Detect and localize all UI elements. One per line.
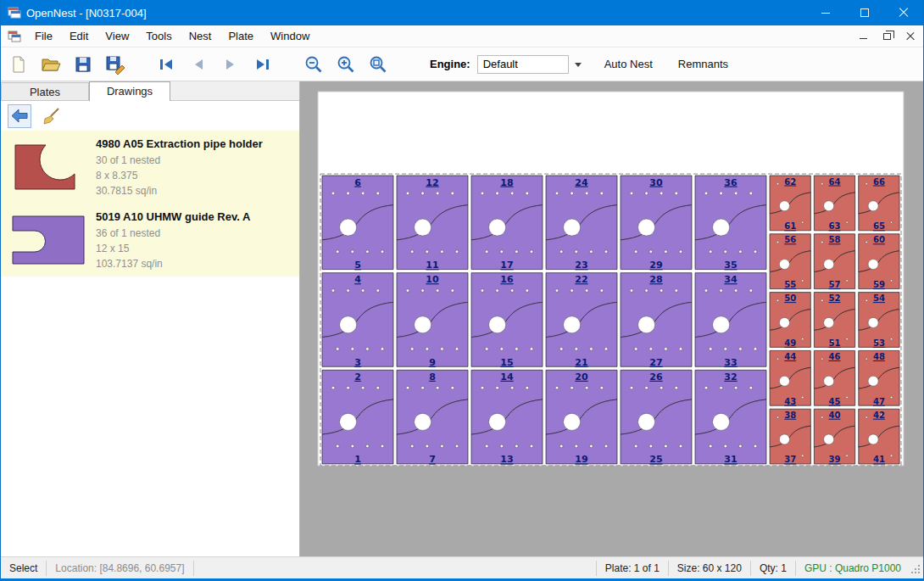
drawing-item[interactable]: 5019 A10 UHMW guide Rev. A 36 of 1 neste…	[1, 204, 299, 277]
part-number: 8	[429, 372, 436, 383]
drill-hole	[866, 241, 867, 243]
drill-hole	[634, 444, 637, 448]
maximize-icon	[860, 8, 869, 17]
menu-item-window[interactable]: Window	[262, 26, 318, 46]
zoom-out-button[interactable]	[299, 50, 328, 79]
drill-hole	[604, 250, 608, 254]
part-notch	[779, 317, 789, 327]
drill-hole	[739, 250, 743, 254]
return-parts-button[interactable]	[8, 104, 31, 128]
drill-hole	[665, 250, 668, 254]
part-number: 64	[829, 177, 841, 187]
next-plate-button[interactable]	[216, 50, 245, 79]
part-notch	[713, 413, 730, 430]
part-number: 3	[354, 357, 361, 368]
menu-item-tools[interactable]: Tools	[137, 26, 180, 46]
tab-plates[interactable]: Plates	[1, 82, 89, 100]
zoom-in-button[interactable]	[331, 50, 360, 79]
mdi-close-button[interactable]	[899, 28, 921, 45]
part-number: 18	[500, 177, 513, 188]
part-notch	[415, 413, 431, 430]
drill-hole	[704, 192, 708, 195]
drill-hole	[496, 386, 499, 389]
drill-hole	[890, 338, 892, 340]
menu-item-plate[interactable]: Plate	[220, 26, 262, 46]
close-button[interactable]	[884, 0, 923, 25]
mdi-restore-button[interactable]	[876, 28, 898, 45]
part-notch	[713, 219, 730, 236]
engine-select[interactable]: Default	[477, 55, 569, 74]
part-notch	[868, 317, 878, 327]
menu-item-file[interactable]: File	[26, 26, 61, 46]
zoom-fit-button[interactable]	[364, 50, 392, 79]
open-folder-icon	[41, 55, 61, 74]
part-notch	[824, 317, 834, 327]
part-number: 57	[829, 280, 841, 289]
part-number: 51	[829, 338, 841, 348]
drill-hole	[679, 348, 682, 351]
drawing-item[interactable]: 4980 A05 Extraction pipe holder 30 of 1 …	[1, 131, 299, 204]
drill-hole	[351, 348, 354, 351]
part-notch	[824, 376, 834, 386]
drill-hole	[406, 192, 409, 195]
drill-hole	[515, 444, 519, 448]
drill-hole	[571, 386, 574, 389]
nest-cell: 2827	[621, 273, 692, 368]
menu-item-nest[interactable]: Nest	[181, 26, 220, 46]
mdi-minimize-button[interactable]	[852, 28, 874, 45]
drill-hole	[776, 416, 778, 418]
drill-hole	[526, 386, 529, 389]
part-notch	[489, 413, 506, 430]
part-number: 37	[784, 455, 796, 465]
close-icon	[899, 8, 909, 18]
menu-item-edit[interactable]: Edit	[61, 26, 97, 46]
previous-plate-button[interactable]	[184, 50, 213, 79]
status-plate: Plate: 1 of 1	[597, 561, 668, 576]
nest-cell: 65	[322, 176, 393, 271]
drill-hole	[649, 444, 653, 448]
part-notch	[638, 316, 655, 333]
drill-hole	[866, 358, 867, 360]
drill-hole	[485, 444, 488, 448]
last-plate-button[interactable]	[248, 50, 277, 79]
drill-hole	[381, 444, 384, 448]
open-button[interactable]	[36, 50, 65, 79]
drawing-size: 8 x 8.375	[96, 168, 294, 183]
drill-hole	[381, 348, 384, 351]
nest-cell: 43	[322, 273, 393, 368]
part-number: 36	[724, 177, 738, 188]
save-as-button[interactable]	[101, 50, 130, 79]
drawing-area: 30.7815 sq/in	[96, 183, 294, 198]
drill-hole	[585, 386, 588, 389]
part-number: 7	[429, 455, 436, 466]
nest-cell: 5655	[770, 234, 810, 289]
part-number: 14	[500, 372, 514, 383]
part-number: 21	[575, 357, 587, 368]
auto-nest-button[interactable]: Auto Nest	[598, 53, 660, 75]
minimize-button[interactable]	[806, 0, 845, 25]
nest-cell: 5453	[859, 293, 899, 348]
resize-grip[interactable]	[910, 560, 923, 577]
part-notch	[779, 201, 789, 211]
clean-button[interactable]	[40, 104, 64, 128]
part-number: 50	[784, 293, 796, 303]
nest-canvas[interactable]: 6512111817242330293635431091615222128273…	[300, 81, 923, 556]
part-notch	[564, 316, 581, 333]
drill-hole	[361, 289, 365, 293]
drill-hole	[734, 289, 738, 293]
drill-hole	[530, 444, 533, 448]
save-button[interactable]	[69, 50, 97, 79]
tab-drawings[interactable]: Drawings	[89, 81, 170, 101]
remnants-button[interactable]: Remnants	[671, 53, 735, 75]
drill-hole	[802, 338, 804, 340]
new-button[interactable]	[4, 50, 33, 79]
part-number: 19	[575, 455, 587, 466]
part-number: 48	[873, 352, 885, 361]
nest-cell: 109	[397, 273, 468, 368]
first-plate-button[interactable]	[152, 50, 181, 79]
menu-item-view[interactable]: View	[97, 26, 137, 46]
maximize-button[interactable]	[845, 0, 884, 25]
main-toolbar: Engine: Default Auto Nest Remnants	[1, 47, 923, 81]
drawings-toolbar	[1, 101, 299, 131]
drill-hole	[426, 348, 429, 351]
